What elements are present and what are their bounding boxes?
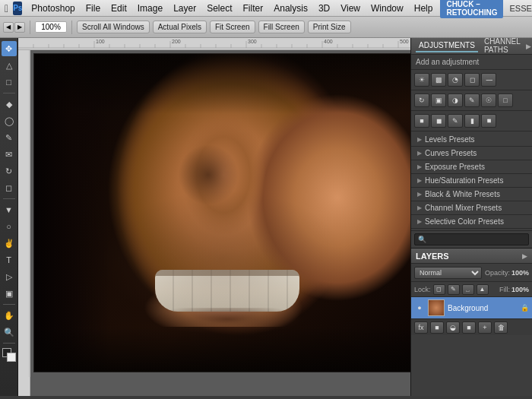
new-group-btn[interactable]: ■ <box>462 321 476 334</box>
bw-presets-item[interactable]: ▶ Black & White Presets <box>411 188 532 201</box>
menu-select[interactable]: Select <box>202 2 236 15</box>
lock-position-btn[interactable]: ⎵ <box>462 284 474 295</box>
menu-analysis[interactable]: Analysis <box>269 2 312 15</box>
selectivecolor-presets-item[interactable]: ▶ Selective Color Presets <box>411 215 532 229</box>
delete-layer-btn[interactable]: 🗑 <box>494 321 508 334</box>
layer-item-background[interactable]: ● Background 🔒 <box>411 297 532 318</box>
levels-icon-btn[interactable]: ▩ <box>431 73 446 87</box>
photofilter-icon-btn[interactable]: ✎ <box>464 93 480 107</box>
colorlookup-icon-btn[interactable]: □ <box>498 93 513 107</box>
history-brush-tool[interactable]: ↻ <box>2 163 17 179</box>
crop-tool[interactable]: □ <box>2 74 17 90</box>
menu-file[interactable]: File <box>81 2 105 15</box>
svg-text:100: 100 <box>96 39 105 44</box>
blend-mode-select[interactable]: Normal Multiply Screen Overlay <box>414 267 482 279</box>
hsl-icon-btn[interactable]: ↻ <box>414 93 429 107</box>
tab-adjustments[interactable]: ADJUSTMENTS <box>416 40 478 52</box>
bw-icon-btn[interactable]: ◑ <box>448 93 463 107</box>
forward-arrow[interactable]: ▶ <box>14 22 25 33</box>
brightness-icon-btn[interactable]: ☀ <box>414 73 429 87</box>
actual-pixels-button[interactable]: Actual Pixels <box>153 21 207 33</box>
curves-preset-arrow: ▶ <box>417 150 422 157</box>
fill-value: 100% <box>511 286 529 293</box>
back-arrow[interactable]: ◀ <box>3 22 14 33</box>
print-size-button[interactable]: Print Size <box>308 21 351 33</box>
pen-tool[interactable]: ✌ <box>2 236 17 251</box>
add-style-btn[interactable]: fx <box>414 321 428 334</box>
workspace-badge[interactable]: CHUCK – RETOUCHING <box>440 0 503 18</box>
threshold-icon-btn[interactable]: ✎ <box>448 114 463 128</box>
menu-window[interactable]: Window <box>366 2 408 15</box>
new-fill-layer-btn[interactable]: ◒ <box>446 321 460 334</box>
layers-expand-icon[interactable]: ▶ <box>522 252 527 260</box>
layer-visibility-eye[interactable]: ● <box>414 302 425 313</box>
menu-filter[interactable]: Filter <box>239 2 268 15</box>
menu-view[interactable]: View <box>336 2 365 15</box>
hand-tool[interactable]: ✋ <box>2 308 17 323</box>
healing-tool[interactable]: ◯ <box>2 113 17 128</box>
scroll-all-windows-button[interactable]: Scroll All Windows <box>77 21 150 33</box>
layer-name-label: Background <box>448 304 518 312</box>
shape-tool[interactable]: ▣ <box>2 286 17 301</box>
move-tool[interactable]: ✥ <box>2 41 17 56</box>
path-select-tool[interactable]: ▷ <box>2 269 17 284</box>
panel-expand-icon[interactable]: ▶ <box>526 43 531 50</box>
background-color[interactable] <box>7 353 16 362</box>
eraser-tool[interactable]: ◻ <box>2 180 17 195</box>
add-mask-btn[interactable]: ■ <box>430 321 444 334</box>
layers-panel: LAYERS ▶ Normal Multiply Screen Overlay … <box>411 249 532 396</box>
menu-3d[interactable]: 3D <box>314 2 334 15</box>
svg-rect-33 <box>18 50 30 377</box>
dodge-tool[interactable]: ○ <box>2 219 17 234</box>
fill-screen-button[interactable]: Fill Screen <box>258 21 305 33</box>
menu-image[interactable]: Image <box>133 2 167 15</box>
menu-edit[interactable]: Edit <box>106 2 131 15</box>
photo-canvas <box>33 53 410 372</box>
color-swatches[interactable] <box>2 348 16 362</box>
zoom-tool[interactable]: 🔍 <box>2 325 17 340</box>
menu-help[interactable]: Help <box>410 2 438 15</box>
channelmix-preset-label: Channel Mixer Presets <box>425 204 502 212</box>
layers-lock-row: Lock: ◻ ✎ ⎵ ▲ Fill: 100% <box>411 282 532 297</box>
gradient-tool[interactable]: ▼ <box>2 202 17 217</box>
menu-layer[interactable]: Layer <box>169 2 201 15</box>
new-layer-btn[interactable]: + <box>478 321 492 334</box>
layers-footer: fx ■ ◒ ■ + 🗑 <box>411 318 532 335</box>
text-tool[interactable]: T <box>2 252 17 268</box>
eyedropper-tool[interactable]: ◆ <box>2 97 17 112</box>
svg-text:300: 300 <box>248 39 257 44</box>
fit-screen-button[interactable]: Fit Screen <box>210 21 255 33</box>
posterize-icon-btn[interactable]: ◼ <box>431 114 446 128</box>
exposure-icon-btn[interactable]: ◻ <box>464 73 480 87</box>
vibrance-icon-btn[interactable]: ⸻ <box>481 73 496 87</box>
curves-presets-item[interactable]: ▶ Curves Presets <box>411 147 532 160</box>
essentials-label[interactable]: ESSENTIALS <box>509 4 532 13</box>
lock-image-btn[interactable]: ✎ <box>448 284 460 295</box>
lock-transparent-btn[interactable]: ◻ <box>433 284 445 295</box>
lock-all-btn[interactable]: ▲ <box>477 284 489 295</box>
gradientmap-icon-btn[interactable]: ▮ <box>464 114 480 128</box>
menu-photoshop[interactable]: Photoshop <box>27 2 79 15</box>
adj-icons-row-1: ☀ ▩ ◔ ◻ ⸻ <box>411 70 532 90</box>
layer-lock-indicator: 🔒 <box>521 304 529 312</box>
tab-channel-paths[interactable]: CHANNEL PATHS <box>481 36 523 57</box>
adj-icons-row-2: ↻ ▣ ◑ ✎ ☉ □ <box>411 90 532 111</box>
invert-icon-btn[interactable]: ■ <box>414 114 429 128</box>
curves-preset-label: Curves Presets <box>425 149 477 157</box>
curves-icon-btn[interactable]: ◔ <box>448 73 463 87</box>
channelmix-icon-btn[interactable]: ☉ <box>481 93 496 107</box>
zoom-input[interactable] <box>35 21 67 33</box>
exposure-presets-item[interactable]: ▶ Exposure Presets <box>411 160 532 174</box>
clone-tool[interactable]: ✉ <box>2 147 17 162</box>
hsl-presets-item[interactable]: ▶ Hue/Saturation Presets <box>411 174 532 188</box>
brush-tool[interactable]: ✎ <box>2 130 17 145</box>
main-content: ✥ △ □ ◆ ◯ ✎ ✉ ↻ ◻ ▼ ○ ✌ T ▷ ▣ ✋ 🔍 <box>0 38 532 396</box>
adj-search-input[interactable] <box>414 233 529 245</box>
colorbalance-icon-btn[interactable]: ▣ <box>431 93 446 107</box>
lasso-tool[interactable]: △ <box>2 58 17 73</box>
ruler-top: 100200300400500 <box>18 38 410 50</box>
selectcolor-icon-btn[interactable]: ◽ <box>481 114 496 128</box>
canvas-viewport[interactable] <box>30 50 410 396</box>
levels-presets-item[interactable]: ▶ Levels Presets <box>411 133 532 147</box>
channelmix-presets-item[interactable]: ▶ Channel Mixer Presets <box>411 201 532 215</box>
